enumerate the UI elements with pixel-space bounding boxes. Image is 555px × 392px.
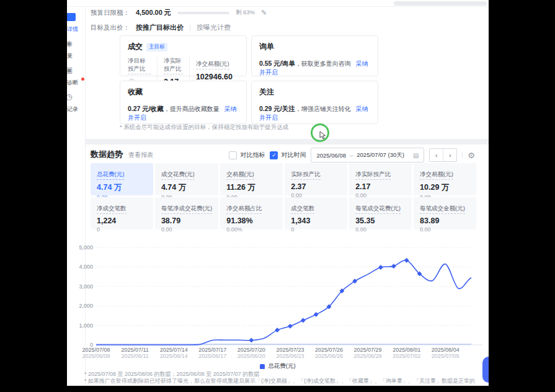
x-axis-tick-compare: 2025/06/14	[160, 353, 188, 359]
divider	[190, 25, 190, 31]
metric-label: 成交花费(元)	[161, 171, 195, 180]
metric-compare-value: 0.00	[420, 226, 470, 233]
bidding-row: 目标及出价： 按推广目标出价 按曝光计费	[91, 23, 231, 32]
data-point-marker	[275, 327, 280, 332]
sidebar-item-诊断[interactable]: ▣诊断	[67, 66, 85, 87]
metric-card-实际投产比[interactable]: 实际投产比2.370.00	[285, 163, 347, 195]
x-axis-tick-current: 2025/07/26	[315, 347, 343, 353]
metric-card-净成交笔数[interactable]: 净成交笔数1,2240	[91, 197, 153, 229]
y-axis-tick: 4,000	[79, 264, 93, 270]
sidebar-item-详情[interactable]: 详情	[67, 13, 85, 33]
series-line-总花费(元)	[96, 260, 471, 345]
data-point-marker	[404, 258, 409, 263]
primary-goal-badge: 主目标	[146, 43, 167, 51]
metric-card-净交易额(元)[interactable]: 净交易额(元)10.29 万0.00	[414, 163, 476, 195]
goal-card-询单[interactable]: 询单0.55 元/询单，获取更多意向咨询采纳并开启	[251, 35, 378, 76]
metric-value: 83.89	[420, 216, 470, 225]
notification-dot	[81, 78, 84, 81]
x-axis-tick-compare: 2025/07/02	[393, 353, 420, 359]
calendar-icon: ▤	[413, 152, 419, 159]
metric-card-净交易额占比[interactable]: 净交易额占比91.38%0.00%	[220, 197, 283, 229]
goal-metric-label: 净交易额(元)	[196, 60, 229, 69]
x-axis-tick-compare: 2025/06/23	[276, 353, 304, 359]
x-axis-tick-current: 2025/07/08	[82, 347, 110, 353]
metric-card-成交花费(元)[interactable]: 成交花费(元)4.74 万0.00	[155, 163, 218, 195]
horizontal-scrollbar[interactable]	[394, 1, 487, 6]
section-divider	[86, 139, 489, 145]
x-axis-tick-compare: 2025/06/11	[121, 353, 148, 359]
x-axis-tick-current: 2025/07/23	[276, 347, 304, 353]
x-axis-tick-compare: 2025/06/29	[354, 353, 382, 359]
goal-footnote: * 系统会尽可能达成你设置的目标，保持稳定投放有助于提升达成	[120, 123, 288, 131]
app-window: 详情◉意▣诊断◷记录 预算日限额： 4,500.00 元 剩 63% ✎ 目标及…	[67, 0, 489, 386]
prev-period-button[interactable]: ‹	[430, 149, 443, 161]
x-axis-tick-current: 2025/07/11	[121, 347, 148, 353]
metric-compare-value: 0.00%	[226, 226, 277, 233]
metric-card-净实际投产比[interactable]: 净实际投产比2.170.00	[349, 163, 412, 195]
metric-card-成交笔数[interactable]: 成交笔数1,3430	[285, 197, 347, 229]
settings-gear-icon[interactable]: ⚙	[468, 151, 475, 160]
goal-metric-label: 净实际投产比	[164, 57, 183, 74]
metric-value: 38.79	[161, 216, 212, 225]
floating-button[interactable]	[482, 357, 489, 383]
data-point-marker	[352, 278, 357, 283]
divider	[462, 152, 463, 158]
metric-value: 11.26 万	[226, 182, 277, 193]
trend-header: 数据趋势 查看报表	[91, 149, 153, 160]
diagnosis-icon: ▣	[67, 66, 76, 74]
sidebar-item-意[interactable]: ◉意	[67, 40, 85, 60]
metric-compare-value: 0.00	[355, 226, 406, 233]
goal-card-header: 关注	[259, 87, 370, 97]
y-axis-tick: 5,000	[79, 244, 93, 251]
goal-card-成交[interactable]: 成交主目标净目标投产比ⓘ2.45 ✎净实际投产比2.17净交易额(元)10294…	[120, 35, 247, 76]
goal-card-price: 0.29 元/关注	[259, 105, 295, 112]
goal-card-title: 收藏	[128, 87, 143, 97]
date-separator: –	[350, 152, 353, 159]
metric-card-每笔成交金额(元)[interactable]: 每笔成交金额(元)83.890.00	[414, 197, 476, 229]
goal-card-关注[interactable]: 关注0.29 元/关注，增强店铺关注转化采纳并开启	[251, 81, 378, 124]
metric-cards-grid: 总花费(元)4.74 万0.00成交花费(元)4.74 万0.00交易额(元)1…	[91, 163, 476, 229]
trend-controls: 对比指标 ✓ 对比时间 2025/06/08 – 2025/07/07 (30天…	[229, 148, 475, 163]
footnote-line: * 2025/07/08 至 2025/08/06 的数据；2025/06/08…	[84, 371, 475, 378]
sidebar-item-label: 意	[67, 52, 73, 60]
tab-bid-by-goal[interactable]: 按推广目标出价	[136, 23, 184, 32]
metric-card-每笔净成交花费(元)[interactable]: 每笔净成交花费(元)38.790.00	[155, 197, 218, 229]
metric-value: 1,343	[291, 216, 341, 225]
x-axis-tick-current: 2025/07/14	[160, 347, 188, 353]
metric-compare-value: 0	[291, 226, 341, 233]
x-axis-tick-current: 2025/08/04	[432, 347, 460, 353]
metric-value: 2.37	[291, 182, 341, 191]
compare-metric-checkbox[interactable]	[229, 151, 237, 159]
goal-card-title: 成交	[128, 42, 143, 52]
y-axis-tick: 3,000	[79, 283, 93, 290]
metric-card-每笔成交花费(元)[interactable]: 每笔成交花费(元)35.350.00	[349, 197, 412, 229]
metric-compare-value: 0	[97, 226, 147, 233]
metric-card-交易额(元)[interactable]: 交易额(元)11.26 万0.00	[220, 163, 283, 195]
date-start: 2025/06/08	[316, 152, 346, 159]
metric-label: 每笔成交花费(元)	[355, 205, 401, 214]
y-axis-tick: 1,000	[79, 323, 93, 329]
metric-label: 净成交笔数	[97, 205, 127, 214]
x-axis-tick-current: 2025/07/29	[354, 347, 382, 353]
metric-label: 实际投产比	[291, 171, 321, 180]
goal-card-header: 成交主目标	[128, 42, 239, 52]
compare-metric-label: 对比指标	[240, 151, 265, 159]
metric-label: 总花费(元)	[97, 171, 124, 180]
date-range-input[interactable]: 2025/06/08 – 2025/07/07 (30天) ▤	[311, 148, 424, 163]
goal-card-header: 询单	[259, 42, 370, 52]
budget-edit-icon[interactable]: ✎	[261, 9, 267, 17]
metric-card-总花费(元)[interactable]: 总花费(元)4.74 万0.00	[91, 163, 153, 195]
trend-chart: 01,0002,0003,0004,0005,0002025/07/082025…	[67, 242, 489, 363]
compare-time-checkbox[interactable]: ✓	[270, 151, 278, 159]
tab-bid-by-impression[interactable]: 按曝光计费	[197, 23, 231, 32]
chart-legend[interactable]: 总花费(元)	[67, 362, 489, 370]
view-report-link[interactable]: 查看报表	[128, 151, 153, 159]
goal-card-收藏[interactable]: 收藏0.27 元/收藏，提升商品收藏数量采纳并开启	[120, 81, 247, 124]
sidebar-item-记录[interactable]: ◷记录	[67, 93, 85, 114]
next-period-button[interactable]: ›	[443, 149, 456, 161]
data-point-marker	[301, 318, 306, 323]
metric-label: 成交笔数	[291, 205, 314, 214]
goal-metric-value: 102946.60	[196, 73, 233, 81]
goal-card-price: 0.55 元/询单	[259, 60, 295, 67]
bidding-label: 目标及出价：	[91, 24, 130, 32]
